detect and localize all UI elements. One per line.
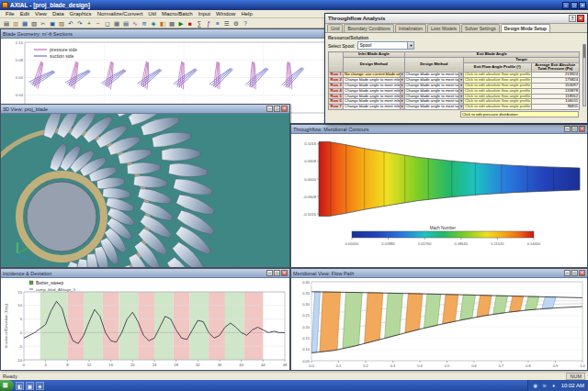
menu-util[interactable]: Util: [145, 11, 159, 17]
menu-view[interactable]: View: [32, 11, 50, 17]
row-label: Row 3: [329, 83, 344, 88]
close-button[interactable]: ×: [281, 106, 288, 112]
paste-icon[interactable]: ▨: [57, 19, 66, 28]
zoom-out-icon[interactable]: −: [94, 19, 103, 28]
network-icon[interactable]: ≋: [541, 382, 548, 389]
tab-initialization[interactable]: Initialization: [395, 24, 426, 32]
open-icon[interactable]: ▥: [11, 19, 20, 28]
chevron-down-icon: ▼: [458, 73, 463, 77]
help-button[interactable]: ?: [569, 15, 576, 22]
minimize-button[interactable]: –: [564, 126, 571, 132]
minimize-button[interactable]: –: [266, 106, 273, 112]
angle-profile-cell[interactable]: Click to edit absolute flow angle profil…: [464, 94, 532, 99]
angle-profile-cell[interactable]: Click to edit absolute flow angle profil…: [464, 88, 532, 94]
menu-input[interactable]: Input: [196, 11, 213, 17]
inlet-method-dropdown[interactable]: Change blade angle to meet inlet flow an…: [344, 105, 404, 110]
window-titlebar-meridional[interactable]: Meridional View: Flow Path –□×: [291, 269, 587, 278]
svg-text:0.11520: 0.11520: [491, 241, 504, 246]
window-titlebar[interactable]: AXIAL - [proj_blade_design] – □ ×: [0, 0, 588, 10]
tab-design-mode-setup[interactable]: Design Mode Setup: [501, 24, 550, 32]
exit-method-dropdown[interactable]: Change blade angle to meet target▼: [404, 105, 463, 110]
cut-icon[interactable]: ✂: [39, 19, 48, 28]
menu-help[interactable]: Help: [238, 11, 254, 17]
table-icon[interactable]: ▤: [121, 19, 130, 28]
angle-profile-cell[interactable]: Click to edit absolute flow angle profil…: [464, 73, 532, 78]
help-icon[interactable]: ?: [241, 19, 250, 28]
angle-profile-cell[interactable]: Click to edit absolute flow angle profil…: [464, 99, 532, 105]
table-scrollbar[interactable]: [582, 44, 586, 106]
tab-loss-models[interactable]: Loss Models: [427, 24, 460, 32]
svg-text:Mach Number: Mach Number: [430, 226, 457, 230]
menu-normalize-convert[interactable]: Normalize/Convert: [95, 11, 146, 17]
settings-icon[interactable]: ⚙: [232, 19, 241, 28]
window-titlebar-sweep-chart[interactable]: Incidence & Deviation –□×: [1, 269, 289, 278]
svg-text:1.0: 1.0: [580, 363, 585, 368]
properties-icon[interactable]: ☰: [222, 19, 232, 28]
close-button[interactable]: ×: [579, 2, 586, 9]
svg-text:0.0508: 0.0508: [304, 159, 316, 163]
function-icon[interactable]: ƒ: [204, 19, 213, 28]
menu-macro-batch[interactable]: Macro/Batch: [159, 11, 196, 17]
window-contour: Throughflow: Meridional Contours –□× 0.1…: [290, 124, 588, 268]
tab-grid[interactable]: Grid: [327, 24, 343, 32]
close-button[interactable]: ×: [579, 270, 585, 276]
save-icon[interactable]: ▦: [20, 19, 29, 28]
tab-solver-settings[interactable]: Solver Settings: [461, 24, 500, 32]
minimize-button[interactable]: –: [564, 270, 571, 276]
angle-profile-cell[interactable]: Click to edit absolute flow angle profil…: [464, 105, 532, 110]
zoom-fit-icon[interactable]: ◻: [103, 19, 112, 28]
minimize-button[interactable]: –: [562, 2, 570, 9]
maximize-button[interactable]: □: [571, 126, 578, 132]
profiles-icon[interactable]: ≋: [140, 19, 149, 28]
axial-icon[interactable]: ◧: [16, 382, 24, 390]
spool-select[interactable]: Spool ▼: [357, 41, 414, 50]
stop-icon[interactable]: ■: [186, 19, 195, 28]
svg-text:0.3: 0.3: [390, 363, 396, 368]
close-button[interactable]: ×: [579, 126, 585, 132]
scrollbar-thumb[interactable]: [583, 45, 585, 58]
close-button[interactable]: ×: [281, 270, 288, 276]
volume-icon[interactable]: ◉: [532, 382, 539, 389]
menu-window[interactable]: Window: [213, 11, 238, 17]
menu-data[interactable]: Data: [50, 11, 67, 17]
close-icon[interactable]: ×: [577, 15, 584, 22]
maximize-button[interactable]: □: [274, 270, 280, 276]
window-titlebar-3d-view[interactable]: 3D View: proj_blade –□×: [1, 105, 289, 114]
maximize-button[interactable]: □: [571, 270, 578, 276]
pressure-distribution-link[interactable]: Click to edit pressure distribution: [460, 111, 579, 117]
new-icon[interactable]: ▤: [2, 19, 11, 28]
menu-file[interactable]: File: [3, 11, 17, 17]
menu-edit[interactable]: Edit: [17, 11, 32, 17]
layers-icon[interactable]: ≡: [213, 19, 222, 28]
files-icon[interactable]: ▣: [26, 382, 34, 390]
chart-icon[interactable]: ∿: [130, 19, 140, 28]
maximize-button[interactable]: □: [274, 106, 280, 112]
grid-icon[interactable]: ▦: [112, 19, 121, 28]
angle-profile-cell[interactable]: Click to edit absolute flow angle profil…: [464, 83, 532, 88]
window-titlebar-contour[interactable]: Throughflow: Meridional Contours –□×: [291, 125, 587, 134]
menu-graphics[interactable]: Graphics: [67, 11, 95, 17]
undo-icon[interactable]: ↶: [66, 19, 75, 28]
dialog-title: Throughflow Analysis: [328, 16, 385, 21]
view-3d-icon[interactable]: ◈: [149, 19, 158, 28]
scheduler-icon[interactable]: ♦: [550, 382, 558, 389]
zoom-in-icon[interactable]: +: [85, 19, 94, 28]
svg-text:36: 36: [218, 363, 222, 367]
viewer-icon[interactable]: ◈: [36, 382, 44, 390]
redo-icon[interactable]: ↷: [75, 19, 85, 28]
run-icon[interactable]: ▶: [176, 19, 186, 28]
minimize-button[interactable]: –: [266, 270, 273, 276]
calc-icon[interactable]: ∑: [195, 19, 204, 28]
3d-viewport[interactable]: [1, 114, 289, 267]
copy-icon[interactable]: ▣: [48, 19, 57, 28]
dialog-titlebar[interactable]: Throughflow Analysis ? ×: [325, 14, 587, 24]
tab-boundary-conditions[interactable]: Boundary Conditions: [344, 24, 393, 32]
angle-profile-cell[interactable]: Click to edit absolute flow angle profil…: [464, 78, 532, 84]
start-button[interactable]: ⊞: [0, 380, 14, 391]
contour-icon[interactable]: ◧: [158, 19, 167, 28]
print-icon[interactable]: ▧: [29, 19, 39, 28]
pressure-cell[interactable]: 96811: [531, 105, 579, 110]
mesh-icon[interactable]: ▩: [167, 19, 176, 28]
maximize-button[interactable]: □: [571, 2, 578, 9]
svg-text:0.10: 0.10: [16, 40, 24, 45]
